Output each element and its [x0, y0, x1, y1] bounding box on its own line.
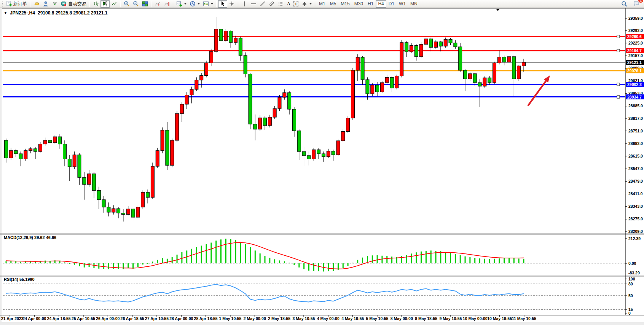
- svg-text:27 Apr 10:55: 27 Apr 10:55: [145, 316, 169, 321]
- toolbar-separator: [151, 1, 151, 7]
- gold-ingot-icon: [33, 1, 40, 7]
- vertical-line-tool-button[interactable]: [240, 0, 249, 8]
- auto-trading-button[interactable]: 自动交易: [59, 0, 88, 8]
- chart-symbol-period: JPN225-,H4: [10, 10, 35, 16]
- toolbar-separator: [30, 1, 30, 7]
- auto-trading-label: 自动交易: [68, 1, 86, 7]
- timeframe-d1-button[interactable]: D1: [386, 0, 397, 8]
- signals-button[interactable]: [50, 0, 59, 8]
- new-order-button[interactable]: 新订单: [5, 0, 29, 8]
- arrow-objects-icon: [301, 1, 308, 7]
- chart-shift-icon: [164, 1, 170, 7]
- toolbar: 新订单 自动交易: [0, 0, 644, 8]
- text-label-tool-button[interactable]: T: [292, 0, 300, 8]
- panel-borders: [0, 8, 644, 315]
- rsi-panel: 1008050150: [3, 277, 635, 315]
- trendline-tool-button[interactable]: [258, 0, 267, 8]
- tile-windows-icon: [142, 1, 148, 7]
- new-chart-icon: [176, 1, 182, 7]
- svg-text:2 May 18:55: 2 May 18:55: [268, 316, 290, 321]
- svg-text:29157.0: 29157.0: [628, 53, 643, 58]
- arrows-tool-button[interactable]: [300, 0, 313, 8]
- search-button[interactable]: [620, 0, 629, 8]
- zoom-in-button[interactable]: [122, 0, 131, 8]
- dropdown-caret: [211, 3, 213, 5]
- support-button[interactable]: [41, 0, 50, 8]
- svg-text:28209.0: 28209.0: [628, 229, 643, 234]
- line-chart-mode-button[interactable]: [110, 0, 119, 8]
- svg-text:28 Apr 18:55: 28 Apr 18:55: [194, 316, 218, 321]
- svg-text:9 May 10:55: 9 May 10:55: [439, 316, 462, 321]
- deposit-button[interactable]: [32, 0, 41, 8]
- zoom-out-button[interactable]: [131, 0, 140, 8]
- chart-title: ▼ JPN225-,H4 29100.8 29125.8 29081.2 291…: [4, 10, 107, 16]
- fibonacci-icon: [278, 1, 284, 7]
- svg-text:2 May 00:00: 2 May 00:00: [244, 316, 266, 321]
- toolbar-separator: [315, 1, 315, 7]
- timeframe-w1-button[interactable]: W1: [397, 0, 408, 8]
- svg-text:80: 80: [628, 282, 633, 286]
- chart-ohlc-values: 29100.8 29125.8 29081.2 29121.1: [38, 10, 108, 16]
- svg-text:29225.0: 29225.0: [628, 41, 643, 45]
- toolbar-right-tools: 1: [620, 0, 643, 8]
- svg-text:28615.0: 28615.0: [628, 154, 643, 158]
- svg-text:28479.0: 28479.0: [628, 179, 643, 183]
- macd-indicator-label: MACD(12,26,9) 39.62 46.66: [4, 235, 56, 240]
- svg-text:5 May 10:55: 5 May 10:55: [366, 316, 388, 321]
- toolbar-separator: [120, 1, 121, 7]
- text-tool-button[interactable]: A: [285, 0, 292, 8]
- crosshair-tool-button[interactable]: [227, 0, 236, 8]
- chart-shift-button[interactable]: [162, 0, 171, 8]
- timeframe-h1-button[interactable]: H1: [365, 0, 376, 8]
- indicators-button[interactable]: [201, 0, 215, 8]
- svg-text:28547.0: 28547.0: [628, 166, 643, 171]
- price-axis: 29359.029293.029225.029157.029089.029021…: [625, 16, 644, 234]
- svg-text:29002.3: 29002.3: [627, 82, 642, 87]
- horizontal-line-tool-button[interactable]: [249, 0, 258, 8]
- timeframe-h4-button[interactable]: H4: [376, 0, 386, 8]
- level-lines-layer[interactable]: [3, 35, 625, 98]
- rsi-indicator-label: RSI(14) 55.1990: [4, 277, 35, 282]
- toolbar-separator: [173, 1, 173, 7]
- svg-text:100: 100: [628, 277, 635, 281]
- timeframe-m30-button[interactable]: M30: [352, 0, 365, 8]
- zoom-out-icon: [133, 1, 139, 7]
- svg-text:28275.0: 28275.0: [628, 217, 643, 221]
- equidistant-channel-icon: [269, 1, 275, 7]
- svg-text:21 Apr 2023: 21 Apr 2023: [1, 316, 24, 321]
- new-chart-button[interactable]: [175, 0, 188, 8]
- auto-trading-icon: [61, 1, 67, 7]
- candlestick-icon: [102, 1, 108, 7]
- time-axis[interactable]: 21 Apr 202324 Apr 00:0024 Apr 18:5525 Ap…: [1, 315, 536, 321]
- trading-terminal-window: 新订单 自动交易: [0, 0, 644, 325]
- label-tool-icon: T: [293, 1, 298, 6]
- cursor-tool-button[interactable]: [218, 0, 227, 8]
- crosshair-icon: [229, 1, 235, 7]
- line-handle: [617, 96, 620, 98]
- svg-text:28 Apr 00:00: 28 Apr 00:00: [169, 316, 193, 321]
- svg-text:29076.1: 29076.1: [627, 69, 642, 73]
- timeframe-m1-button[interactable]: M1: [317, 0, 328, 8]
- fibonacci-tool-button[interactable]: [276, 0, 285, 8]
- broadcast-signal-icon: [52, 1, 58, 7]
- svg-text:28817.0: 28817.0: [628, 116, 643, 121]
- timeframe-m5-button[interactable]: M5: [328, 0, 339, 8]
- timeframes-dropdown-button[interactable]: [188, 0, 201, 8]
- auto-scroll-button[interactable]: [153, 0, 162, 8]
- bar-chart-mode-button[interactable]: [91, 0, 100, 8]
- svg-text:10 May 18:55: 10 May 18:55: [487, 316, 512, 321]
- symbol-collapse-icon[interactable]: ▼: [4, 11, 7, 15]
- line-handle: [617, 83, 620, 86]
- candlestick-mode-button[interactable]: [100, 0, 110, 8]
- svg-text:50: 50: [628, 293, 633, 298]
- timeframe-m15-button[interactable]: M15: [338, 0, 352, 8]
- search-icon: [621, 1, 627, 7]
- equidistant-channel-tool-button[interactable]: [267, 0, 276, 8]
- timeframe-mn-button[interactable]: MN: [408, 0, 420, 8]
- price-chart-canvas[interactable]: 29359.029293.029225.029157.029089.029021…: [0, 0, 644, 325]
- annotation-arrow[interactable]: [528, 75, 550, 106]
- zoom-in-icon: [124, 1, 130, 7]
- svg-text:29359.0: 29359.0: [628, 16, 643, 21]
- tile-windows-button[interactable]: [140, 0, 150, 8]
- dropdown-caret: [309, 3, 312, 5]
